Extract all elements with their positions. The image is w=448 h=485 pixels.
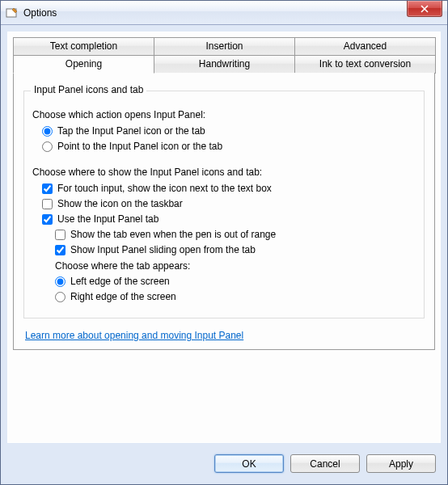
learn-more-link[interactable]: Learn more about opening and moving Inpu… (25, 330, 243, 341)
radio-point[interactable]: Point to the Input Panel icon or the tab (42, 141, 416, 152)
radio-tap[interactable]: Tap the Input Panel icon or the tab (42, 125, 416, 137)
check-slide-open-input[interactable] (55, 245, 66, 255)
radio-left-edge-input[interactable] (55, 276, 66, 287)
window-title: Options (23, 7, 57, 19)
apply-button[interactable]: Apply (366, 454, 436, 473)
tab-insertion[interactable]: Insertion (154, 37, 295, 56)
ok-button[interactable]: OK (214, 454, 284, 473)
check-slide-open[interactable]: Show Input Panel sliding open from the t… (55, 244, 416, 255)
check-slide-open-label: Show Input Panel sliding open from the t… (70, 244, 256, 255)
groupbox-legend: Input Panel icons and tab (31, 84, 146, 95)
close-icon (421, 5, 429, 13)
radio-point-input[interactable] (42, 141, 53, 152)
check-use-tab-label: Use the Input Panel tab (57, 213, 158, 225)
radio-tap-label: Tap the Input Panel icon or the tab (57, 125, 205, 137)
tab-text-completion[interactable]: Text completion (13, 37, 154, 56)
cancel-button[interactable]: Cancel (290, 454, 360, 473)
radio-right-edge-input[interactable] (55, 292, 66, 302)
button-bar: OK Cancel Apply (1, 443, 447, 484)
tab-handwriting[interactable]: Handwriting (154, 55, 295, 74)
close-button[interactable] (407, 1, 442, 17)
radio-point-label: Point to the Input Panel icon or the tab (57, 141, 222, 152)
title-bar: Options (1, 1, 447, 25)
radio-right-edge-label: Right edge of the screen (70, 291, 176, 302)
tab-opening[interactable]: Opening (13, 55, 154, 74)
radio-left-edge-label: Left edge of the screen (70, 276, 170, 287)
tab-ink-to-text[interactable]: Ink to text conversion (294, 55, 436, 74)
radio-tap-input[interactable] (42, 126, 53, 137)
radio-right-edge[interactable]: Right edge of the screen (55, 291, 416, 302)
groupbox-icons-tab: Input Panel icons and tab Choose which a… (23, 91, 425, 318)
check-taskbar-icon-label: Show the icon on the taskbar (57, 198, 183, 209)
check-tab-out-of-range-label: Show the tab even when the pen is out of… (70, 229, 276, 240)
check-touch-icon-label: For touch input, show the icon next to t… (57, 183, 272, 194)
check-taskbar-icon[interactable]: Show the icon on the taskbar (42, 198, 416, 209)
check-use-tab-input[interactable] (42, 214, 53, 225)
tab-page-opening: Input Panel icons and tab Choose which a… (13, 73, 435, 350)
check-touch-icon[interactable]: For touch input, show the icon next to t… (42, 183, 416, 194)
prompt-show-where: Choose where to show the Input Panel ico… (32, 167, 416, 178)
prompt-tab-edge: Choose where the tab appears: (55, 260, 416, 272)
check-touch-icon-input[interactable] (42, 183, 53, 194)
tab-advanced[interactable]: Advanced (294, 37, 436, 56)
check-use-tab[interactable]: Use the Input Panel tab (42, 213, 416, 225)
radio-left-edge[interactable]: Left edge of the screen (55, 276, 416, 287)
app-icon (6, 6, 19, 19)
check-tab-out-of-range-input[interactable] (55, 230, 66, 240)
prompt-open-action: Choose which action opens Input Panel: (32, 109, 416, 120)
check-taskbar-icon-input[interactable] (42, 199, 53, 209)
tab-strip: Text completion Insertion Advanced Openi… (13, 37, 435, 350)
dialog-body: Text completion Insertion Advanced Openi… (7, 32, 441, 443)
check-tab-out-of-range[interactable]: Show the tab even when the pen is out of… (55, 229, 416, 240)
